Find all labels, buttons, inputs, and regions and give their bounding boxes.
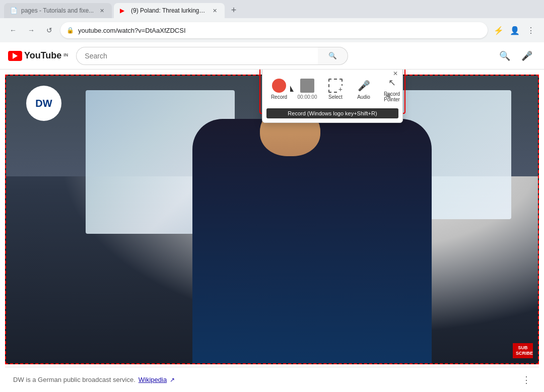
audio-label: Audio [357,94,370,100]
recorder-toolbar: ✕ Record 00:00:00 Select [262,70,403,123]
tab-2-favicon: ▶ [120,7,127,14]
tab-2-close[interactable]: ✕ [211,7,219,15]
youtube-search: 🔍 [76,47,348,65]
address-bar-row: ← → ↺ 🔒 youtube.com/watch?v=DtAaXfZDCSI … [0,18,544,42]
recorder-record-button[interactable]: Record [266,77,292,102]
tab-2[interactable]: ▶ (9) Poland: Threat lurking in... ✕ [114,3,225,18]
refresh-button[interactable]: ↺ [42,23,56,37]
wikipedia-link[interactable]: Wikipedia [139,376,167,383]
youtube-header: YouTube IN 🔍 🔍 🎤 [0,42,544,70]
recorder-buttons: Record 00:00:00 Select 🎤 Audio [266,72,398,106]
extensions-button[interactable]: ⚡ [492,23,506,37]
external-link-icon: ↗ [170,376,175,383]
record-icon [272,79,286,93]
main-content: ✕ Record 00:00:00 Select [0,70,544,392]
address-text: youtube.com/watch?v=DtAaXfZDCSI [78,27,482,34]
info-more-button[interactable]: ⋮ [522,374,531,385]
recorder-audio-button[interactable]: 🎤 Audio [351,77,376,102]
lock-icon: 🔒 [66,27,74,34]
youtube-country: IN [63,52,68,57]
dw-logo: DW [26,86,61,121]
tab-1-title: pages - Tutorials and fixe... [21,7,94,14]
youtube-logo[interactable]: YouTube IN [8,50,68,61]
profile-button[interactable]: 👤 [508,23,522,37]
youtube-logo-icon [8,51,22,61]
youtube-header-actions: 🔍 🎤 [496,47,536,65]
back-button[interactable]: ← [6,23,20,37]
record-label: Record [271,94,287,100]
search-icon-button[interactable]: 🔍 [496,47,514,65]
search-button[interactable]: 🔍 [318,47,348,65]
recorder-pin-button[interactable]: ◀ [385,91,390,99]
info-text: DW is a German public broadcast service. [13,376,135,383]
address-bar[interactable]: 🔒 youtube.com/watch?v=DtAaXfZDCSI [60,22,488,38]
youtube-logo-text: YouTube [24,50,61,61]
mic-icon-button[interactable]: 🎤 [518,47,536,65]
browser-frame: 📄 pages - Tutorials and fixe... ✕ ▶ (9) … [0,0,544,392]
search-input[interactable] [76,47,318,65]
stop-icon [300,79,314,93]
tab-1[interactable]: 📄 pages - Tutorials and fixe... ✕ [4,3,112,18]
recorder-stop-button[interactable]: 00:00:00 [295,77,320,102]
recorder-tooltip: Record (Windows logo key+Shift+R) [266,108,398,118]
address-bar-actions: ⚡ 👤 ⋮ [492,23,538,37]
select-icon [328,79,343,93]
stop-timer: 00:00:00 [298,94,317,100]
tab-2-title: (9) Poland: Threat lurking in... [131,7,207,14]
subscribe-badge: SUB SCRIBE [513,343,533,358]
person-body [192,119,432,363]
pointer-icon: ↖ [385,76,399,90]
menu-button[interactable]: ⋮ [524,23,538,37]
recorder-pointer-button[interactable]: ↖ Record Pointer [379,74,404,104]
select-label: Select [328,94,343,100]
tab-1-favicon: 📄 [10,7,17,14]
bottom-info-bar: DW is a German public broadcast service.… [5,367,539,392]
recorder-close-button[interactable]: ✕ [391,70,399,78]
recorder-select-button[interactable]: Select [323,77,348,102]
audio-icon: 🎤 [357,79,371,93]
tab-1-close[interactable]: ✕ [98,7,106,15]
tab-bar: 📄 pages - Tutorials and fixe... ✕ ▶ (9) … [0,0,544,18]
new-tab-button[interactable]: + [227,3,241,17]
forward-button[interactable]: → [24,23,38,37]
